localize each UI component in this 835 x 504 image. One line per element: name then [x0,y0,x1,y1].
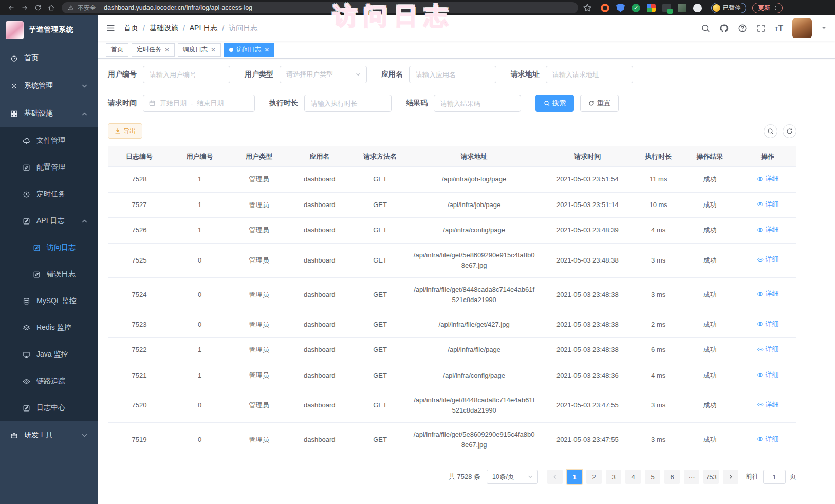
page-button-3[interactable]: 3 [606,470,621,484]
security-label[interactable]: 不安全 [78,4,96,12]
result-code-input[interactable] [434,95,521,112]
url-text[interactable]: dashboard.yudao.iocoder.cn/infra/log/api… [104,4,252,11]
detail-link[interactable]: 详细 [757,289,779,299]
sidebar-item-log-center[interactable]: 日志中心 [0,395,98,421]
sidebar-item-dev-tools[interactable]: 研发工具 [0,421,98,449]
paused-badge[interactable]: 已暂停 [711,3,746,13]
tab-home[interactable]: 首页 [106,43,128,57]
sidebar-item-redis[interactable]: Redis 监控 [0,314,98,341]
eye-icon [757,371,764,378]
cell-time: 2021-05-03 23:48:36 [539,363,637,388]
detail-link[interactable]: 详细 [757,225,779,235]
close-icon[interactable]: ✕ [264,47,269,53]
caret-down-icon[interactable] [821,25,827,31]
close-icon[interactable]: ✕ [211,47,216,53]
breadcrumb-item[interactable]: 首页 [124,24,138,33]
green-check-extension-icon[interactable]: ✓ [632,4,640,12]
dictionary-extension-icon[interactable] [662,4,671,12]
user-id-input[interactable] [143,66,230,83]
search-icon [544,100,550,106]
search-toggle-button[interactable] [764,124,777,138]
update-button[interactable]: 更新 [752,3,783,13]
font-size-icon[interactable]: TT [775,24,783,33]
cell-id: 7525 [108,243,170,277]
detail-link[interactable]: 详细 [757,400,779,410]
page-button-753[interactable]: 753 [703,470,719,484]
request-url-input[interactable] [546,66,633,83]
detail-link[interactable]: 详细 [757,370,779,380]
filter-row-2: 请求时间 开始日期 - 结束日期 执行时长 结果码 [108,95,796,112]
export-button[interactable]: 导出 [108,123,142,139]
search-icon[interactable] [701,24,710,33]
detail-link[interactable]: 详细 [757,174,779,184]
search-button[interactable]: 搜索 [535,95,574,112]
sidebar-item-file[interactable]: 文件管理 [0,127,98,154]
sidebar-item-mysql[interactable]: MySQL 监控 [0,288,98,314]
sidebar-item-error-log[interactable]: 错误日志 [0,261,98,288]
shield-extension-icon[interactable] [616,4,625,12]
tab-job[interactable]: 定时任务✕ [132,43,175,57]
refresh-button[interactable] [783,124,796,138]
bookmark-star-icon[interactable] [582,3,592,13]
user-type-select[interactable]: 请选择用户类型 [280,66,367,83]
sidebar-item-access-log[interactable]: 访问日志 [0,234,98,261]
breadcrumb-separator: / [222,24,224,32]
page-button-1[interactable]: 1 [567,470,582,484]
app-name-input[interactable] [409,66,496,83]
next-page-button[interactable] [723,470,738,484]
sidebar-item-system[interactable]: 系统管理 [0,72,98,100]
reset-button[interactable]: 重置 [580,95,619,112]
sidebar-item-home[interactable]: 首页 [0,44,98,72]
hamburger-icon[interactable] [106,23,116,33]
user-avatar[interactable] [792,18,812,38]
duration-input[interactable] [304,95,392,112]
sidebar-item-tracing[interactable]: 链路追踪 [0,368,98,395]
tab-job-log[interactable]: 调度日志✕ [178,43,221,57]
home-icon[interactable] [45,2,58,14]
app-logo[interactable]: 芋道管理系统 [0,15,98,44]
back-icon[interactable] [5,2,17,14]
page-button-2[interactable]: 2 [586,470,602,484]
paw-extension-icon[interactable] [693,4,702,12]
breadcrumb-item[interactable]: 基础设施 [150,24,178,33]
tab-access-log[interactable]: 访问日志✕ [224,43,274,57]
page-size-select[interactable]: 10条/页 [487,470,538,484]
close-icon[interactable]: ✕ [164,47,170,53]
detail-link[interactable]: 详细 [757,199,779,210]
fullscreen-icon[interactable] [756,24,766,33]
edit-icon [23,404,30,412]
date-range-picker[interactable]: 开始日期 - 结束日期 [143,95,255,112]
cell-user_id: 0 [170,243,229,277]
github-icon[interactable] [719,24,729,33]
detail-link[interactable]: 详细 [757,434,779,444]
sidebar-item-infra[interactable]: 基础设施 [0,100,98,127]
reload-icon[interactable] [32,2,44,14]
page-button-5[interactable]: 5 [645,470,660,484]
column-header: 请求时间 [539,146,637,167]
pagination: 共 7528 条 10条/页 123456⋯753 前往 页 [108,457,796,494]
table-header-row: 日志编号用户编号用户类型应用名请求方法名请求地址请求时间执行时长操作结果操作 [108,146,796,167]
prev-page-button[interactable] [547,470,563,484]
sidebar-item-api-log[interactable]: API 日志 [0,208,98,234]
help-icon[interactable] [738,24,747,33]
detail-link[interactable]: 详细 [757,344,779,354]
color-grid-extension-icon[interactable] [647,4,656,12]
detail-link[interactable]: 详细 [757,254,779,265]
sidebar-item-java[interactable]: Java 监控 [0,341,98,368]
detail-link[interactable]: 详细 [757,319,779,329]
forward-icon[interactable] [18,2,31,14]
page-button-4[interactable]: 4 [625,470,641,484]
sidebar-item-job[interactable]: 定时任务 [0,181,98,208]
breadcrumb-item[interactable]: API 日志 [190,24,217,33]
eye-icon [757,256,764,263]
more-pages-button[interactable]: ⋯ [684,470,699,484]
filter-user-type: 用户类型 请选择用户类型 [245,66,367,83]
cell-user_type: 管理员 [229,363,288,388]
goto-page-input[interactable] [763,470,786,484]
page-button-6[interactable]: 6 [664,470,680,484]
menu-dots-icon[interactable] [773,5,778,11]
sidebar-item-config[interactable]: 配置管理 [0,154,98,181]
orange-ring-extension-icon[interactable] [601,4,609,12]
address-bar[interactable]: 不安全 dashboard.yudao.iocoder.cn/infra/log… [62,2,578,13]
leaf-extension-icon[interactable] [678,4,686,12]
